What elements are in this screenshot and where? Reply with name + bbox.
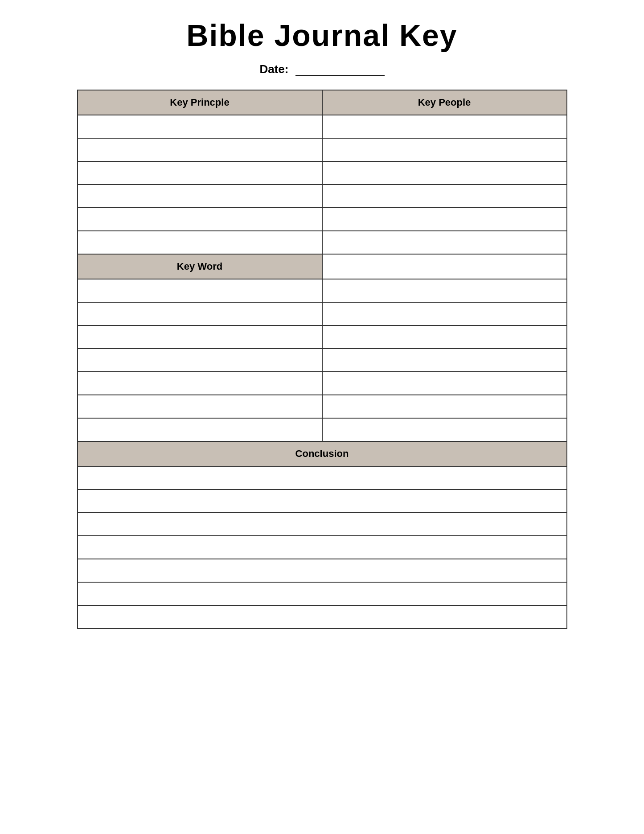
- table-row: [78, 372, 567, 395]
- principle-cell-6[interactable]: [78, 231, 322, 254]
- people-input-8[interactable]: [323, 279, 566, 302]
- keyword-cell-6[interactable]: [78, 395, 322, 418]
- keyword-input-2[interactable]: [78, 303, 322, 325]
- table-row: [78, 418, 567, 441]
- people-cell-12[interactable]: [322, 372, 567, 395]
- people-cell-4[interactable]: [322, 185, 567, 208]
- people-input-14[interactable]: [323, 419, 566, 441]
- date-label: Date:: [259, 62, 288, 76]
- conclusion-input-1[interactable]: [78, 467, 566, 489]
- table-row: [78, 279, 567, 302]
- table-row: [78, 185, 567, 208]
- people-input-12[interactable]: [323, 372, 566, 394]
- keyword-cell-4[interactable]: [78, 349, 322, 372]
- table-row: [78, 466, 567, 489]
- keyword-cell-2[interactable]: [78, 302, 322, 325]
- conclusion-cell-2[interactable]: [78, 489, 567, 513]
- table-row: [78, 513, 567, 536]
- people-cell-13[interactable]: [322, 395, 567, 418]
- principle-input-6[interactable]: [78, 231, 322, 254]
- conclusion-input-2[interactable]: [78, 490, 566, 512]
- conclusion-cell-5[interactable]: [78, 559, 567, 582]
- keyword-input-6[interactable]: [78, 395, 322, 418]
- principle-cell-5[interactable]: [78, 208, 322, 231]
- people-cell-9[interactable]: [322, 302, 567, 325]
- conclusion-header-row: Conclusion: [78, 441, 567, 466]
- conclusion-input-3[interactable]: [78, 513, 566, 535]
- table-row: [78, 302, 567, 325]
- keyword-input-3[interactable]: [78, 326, 322, 348]
- table-row: [78, 559, 567, 582]
- date-row: Date:: [77, 62, 567, 76]
- table-row: [78, 161, 567, 185]
- principle-input-4[interactable]: [78, 185, 322, 207]
- people-input-11[interactable]: [323, 349, 566, 371]
- table-row: [78, 349, 567, 372]
- key-people-header: Key People: [322, 90, 567, 115]
- people-cell-7[interactable]: [322, 254, 567, 279]
- conclusion-cell-3[interactable]: [78, 513, 567, 536]
- date-line[interactable]: [295, 62, 385, 76]
- keyword-input-7[interactable]: [78, 419, 322, 441]
- page-title: Bible Journal Key: [77, 18, 567, 53]
- principle-input-3[interactable]: [78, 162, 322, 184]
- header-row: Key Princple Key People: [78, 90, 567, 115]
- key-principle-header: Key Princple: [78, 90, 322, 115]
- principle-cell-1[interactable]: [78, 115, 322, 138]
- people-input-6[interactable]: [323, 231, 566, 254]
- people-input-13[interactable]: [323, 395, 566, 418]
- people-input-1[interactable]: [323, 115, 566, 138]
- people-input-3[interactable]: [323, 162, 566, 184]
- conclusion-cell-4[interactable]: [78, 536, 567, 559]
- people-cell-10[interactable]: [322, 325, 567, 349]
- principle-cell-2[interactable]: [78, 138, 322, 161]
- conclusion-input-7[interactable]: [78, 606, 566, 628]
- keyword-cell-5[interactable]: [78, 372, 322, 395]
- people-cell-14[interactable]: [322, 418, 567, 441]
- table-row: [78, 582, 567, 605]
- people-input-4[interactable]: [323, 185, 566, 207]
- keyword-input-1[interactable]: [78, 279, 322, 302]
- conclusion-input-5[interactable]: [78, 559, 566, 582]
- key-word-header: Key Word: [78, 254, 322, 279]
- principle-cell-4[interactable]: [78, 185, 322, 208]
- people-cell-8[interactable]: [322, 279, 567, 302]
- people-cell-3[interactable]: [322, 161, 567, 185]
- table-row: [78, 489, 567, 513]
- people-input-5[interactable]: [323, 208, 566, 230]
- people-cell-11[interactable]: [322, 349, 567, 372]
- keyword-cell-3[interactable]: [78, 325, 322, 349]
- principle-cell-3[interactable]: [78, 161, 322, 185]
- principle-input-5[interactable]: [78, 208, 322, 230]
- people-input-9[interactable]: [323, 303, 566, 325]
- keyword-cell-1[interactable]: [78, 279, 322, 302]
- people-cell-1[interactable]: [322, 115, 567, 138]
- main-table: Key Princple Key People: [77, 90, 567, 629]
- table-row: [78, 395, 567, 418]
- conclusion-cell-7[interactable]: [78, 605, 567, 629]
- principle-input-2[interactable]: [78, 139, 322, 161]
- table-row: [78, 115, 567, 138]
- table-row: [78, 208, 567, 231]
- keyword-header-row: Key Word: [78, 254, 567, 279]
- people-input-7[interactable]: [323, 255, 566, 279]
- table-row: [78, 231, 567, 254]
- table-row: [78, 605, 567, 629]
- conclusion-cell-6[interactable]: [78, 582, 567, 605]
- keyword-cell-7[interactable]: [78, 418, 322, 441]
- principle-input-1[interactable]: [78, 115, 322, 138]
- page-container: Bible Journal Key Date: Key Princple Key…: [77, 18, 567, 629]
- people-cell-6[interactable]: [322, 231, 567, 254]
- conclusion-input-4[interactable]: [78, 536, 566, 559]
- table-row: [78, 325, 567, 349]
- keyword-input-4[interactable]: [78, 349, 322, 371]
- table-row: [78, 536, 567, 559]
- conclusion-cell-1[interactable]: [78, 466, 567, 489]
- people-cell-2[interactable]: [322, 138, 567, 161]
- table-row: [78, 138, 567, 161]
- conclusion-input-6[interactable]: [78, 583, 566, 605]
- keyword-input-5[interactable]: [78, 372, 322, 394]
- people-cell-5[interactable]: [322, 208, 567, 231]
- people-input-10[interactable]: [323, 326, 566, 348]
- people-input-2[interactable]: [323, 139, 566, 161]
